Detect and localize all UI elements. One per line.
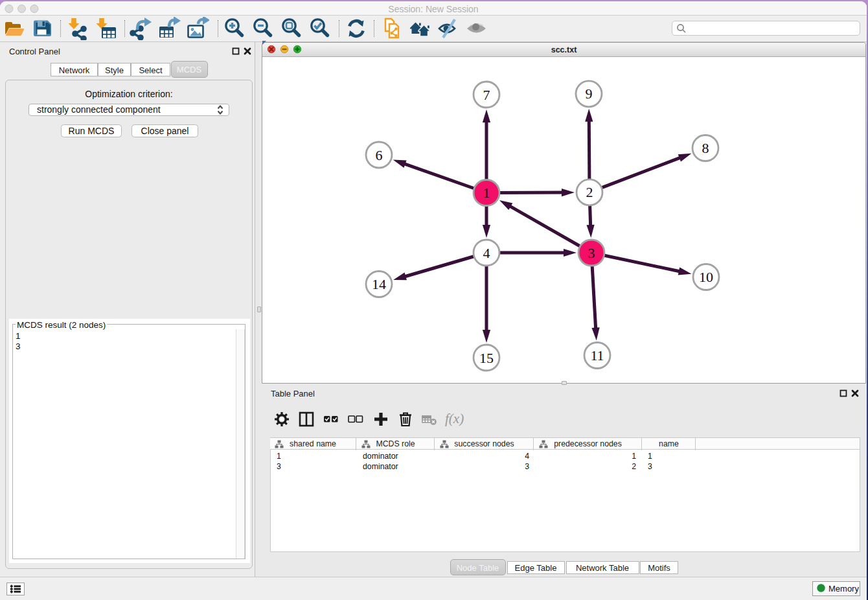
- svg-text:9: 9: [586, 86, 593, 102]
- svg-text:4: 4: [483, 245, 490, 261]
- svg-text:6: 6: [376, 147, 383, 163]
- svg-text:14: 14: [372, 276, 386, 292]
- svg-text:11: 11: [590, 347, 604, 363]
- svg-text:8: 8: [702, 140, 709, 156]
- svg-text:10: 10: [699, 269, 713, 285]
- svg-text:2: 2: [586, 184, 593, 200]
- svg-text:3: 3: [588, 245, 595, 261]
- svg-text:1: 1: [483, 185, 490, 201]
- svg-text:15: 15: [479, 350, 494, 366]
- svg-text:7: 7: [483, 87, 490, 103]
